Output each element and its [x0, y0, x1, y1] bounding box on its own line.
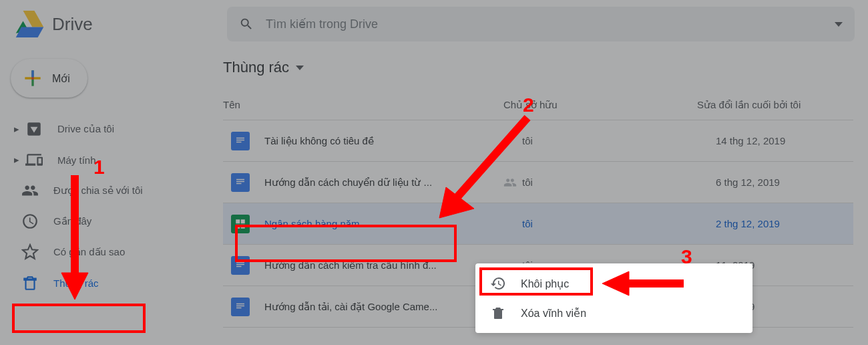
menu-restore[interactable]: Khôi phục	[475, 269, 752, 298]
restore-icon	[490, 275, 506, 292]
menu-delete-forever-label: Xóa vĩnh viễn	[521, 307, 586, 320]
context-menu: Khôi phục Xóa vĩnh viễn	[475, 263, 752, 333]
menu-restore-label: Khôi phục	[521, 277, 569, 290]
menu-delete-forever[interactable]: Xóa vĩnh viễn	[475, 298, 752, 328]
trash-icon	[490, 305, 506, 321]
